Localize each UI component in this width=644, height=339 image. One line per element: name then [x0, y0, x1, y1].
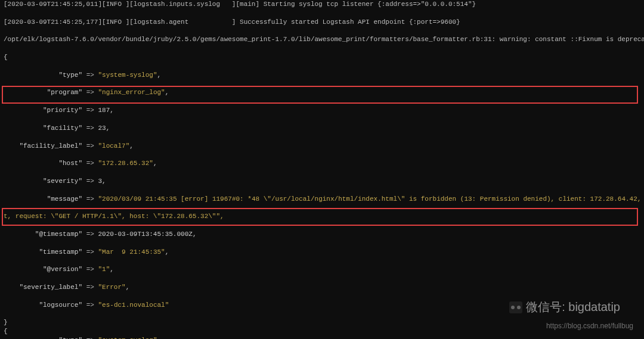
brace-open-2: {	[4, 328, 8, 335]
log1-timestamp: "timestamp" => "Mar 9 21:45:35",	[4, 248, 644, 257]
wechat-watermark: 微信号: bigdatatip	[509, 299, 620, 315]
hdr-line-2: [2020-03-09T21:45:25,177][INFO ][logstas…	[4, 18, 644, 27]
brace-close-1: }	[4, 319, 8, 326]
hdr-line-3: /opt/elk/logstash-7.6.0/vendor/bundle/jr…	[4, 35, 644, 44]
terminal-output: [2020-03-09T21:45:25,011][INFO ][logstas…	[0, 0, 644, 339]
brace-open-1: {	[4, 53, 644, 62]
log1-message-1: "message" => "2020/03/09 21:45:35 [error…	[4, 195, 644, 204]
log1-at-version: "@version" => "1",	[4, 265, 644, 274]
log1-severity-label: "severity_label" => "Error",	[4, 283, 644, 292]
wechat-label: 微信号: bigdatatip	[526, 299, 620, 315]
log1-facility: "facility" => 23,	[4, 124, 644, 133]
hdr-line-1: [2020-03-09T21:45:25,011][INFO ][logstas…	[4, 0, 644, 9]
log1-at-timestamp: "@timestamp" => 2020-03-09T13:45:35.000Z…	[4, 230, 644, 239]
wechat-icon	[509, 301, 522, 313]
blog-link[interactable]: https://blog.csdn.net/fullbug	[546, 321, 633, 331]
log1-facility-label: "facility_label" => "local7",	[4, 142, 644, 151]
log1-message-2: t, request: \"GET / HTTP/1.1\", host: \"…	[4, 212, 644, 221]
log1-type: "type" => "system-syslog",	[4, 71, 644, 80]
log1-host: "host" => "172.28.65.32",	[4, 159, 644, 168]
log1-program: "program" => "nginx_error_log",	[4, 88, 644, 97]
log1-priority: "priority" => 187,	[4, 106, 644, 115]
log1-severity: "severity" => 3,	[4, 177, 644, 186]
log2-type: "type" => "system-syslog",	[4, 336, 644, 339]
